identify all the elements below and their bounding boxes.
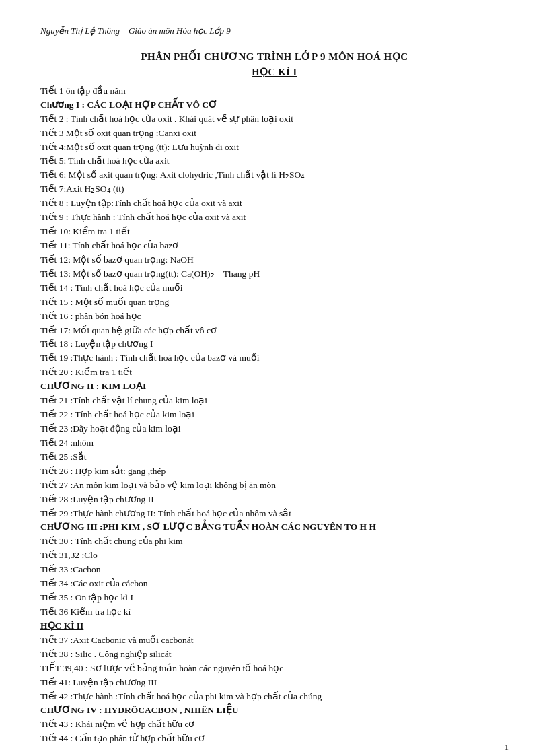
content-line-l45: CHƯƠNG IV : HYĐRÔCACBON , NHIÊN LIỆU [40, 703, 509, 718]
content-line-l13: Tiết 12: Một số bazơ quan trọng: NaOH [40, 253, 509, 267]
content-line-l11: Tiết 10: Kiểm tra 1 tiết [40, 225, 509, 239]
content-line-l39: HỌC KÌ II [40, 619, 509, 633]
content-line-l10: Tiết 9 : Thực hành : Tính chất hoá học c… [40, 211, 509, 225]
content-line-l36: Tiết 34 :Các oxit của cácbon [40, 577, 509, 591]
content-line-l3: Tiết 2 : Tính chất hoá học của oxit . Kh… [40, 112, 509, 127]
content-line-l43: Tiết 41: Luyện tập chương III [40, 676, 509, 690]
content-line-l7: Tiết 6: Một số axit quan trọng: Axit clo… [40, 168, 509, 182]
content-line-l16: Tiết 15 : Một số muối quan trọng [40, 296, 509, 310]
content-line-l25: Tiết 23 :Dãy hoạt động của kim loại [40, 422, 509, 436]
content-line-l31: Tiết 29 :Thực hành chương II: Tính chất … [40, 507, 509, 521]
content-line-l24: Tiết 22 : Tính chất hoá học của kim loại [40, 408, 509, 422]
content-line-l26: Tiết 24 :nhôm [40, 436, 509, 450]
content-line-l44: Tiết 42 :Thực hành :Tính chất hoá học củ… [40, 690, 509, 704]
content-line-l41: Tiết 38 : Silic . Công nghiệp silicát [40, 648, 509, 662]
header-divider [40, 42, 509, 42]
document-page: Nguyễn Thị Lệ Thông – Giáo án môn Hóa họ… [0, 0, 549, 756]
content-line-l40: Tiết 37 :Axit Cacbonic và muối cacbonát [40, 633, 509, 648]
content-line-l8: Tiết 7:Axit H₂SO₄ (tt) [40, 182, 509, 197]
content-line-l46: Tiết 43 : Khái niệm về hợp chất hữu cơ [40, 718, 509, 732]
content-line-l18: Tiết 17: Mối quan hệ giữa các hợp chất v… [40, 324, 509, 338]
content-block: Tiết 1 ôn tập đầu nămChương I : CÁC LOẠI… [40, 84, 509, 746]
content-line-l21: Tiết 20 : Kiểm tra 1 tiết [40, 366, 509, 380]
content-line-l6: Tiết 5: Tính chất hoá học của axit [40, 154, 509, 168]
content-line-l30: Tiết 28 :Luyện tập chương II [40, 493, 509, 507]
content-line-l14: Tiết 13: Một số bazơ quan trọng(tt): Ca(… [40, 267, 509, 281]
content-line-l33: Tiết 30 : Tính chất chung của phi kim [40, 535, 509, 549]
content-line-l2: Chương I : CÁC LOẠI HỢP CHẤT VÔ CƠ [40, 98, 509, 112]
content-line-l47: Tiết 44 : Cấu tạo phân tử hợp chất hữu c… [40, 732, 509, 746]
document-header: Nguyễn Thị Lệ Thông – Giáo án môn Hóa họ… [40, 24, 509, 38]
main-title: PHÂN PHỐI CHƯƠNG TRÌNH LỚP 9 MÔN HOÁ HỌC [40, 49, 509, 65]
content-line-l42: TIẾT 39,40 : Sơ lược về bảng tuần hoàn c… [40, 662, 509, 676]
content-line-l12: Tiết 11: Tính chất hoá học của bazơ [40, 239, 509, 253]
content-line-l5: Tiết 4:Một số oxit quan trọng (tt): Lưu … [40, 141, 509, 155]
page-number: 1 [505, 741, 509, 754]
content-line-l23: Tiết 21 :Tính chất vật lí chung của kim … [40, 394, 509, 408]
content-line-l37: Tiết 35 : On tập học kì I [40, 591, 509, 605]
content-line-l27: Tiết 25 :Sắt [40, 450, 509, 465]
content-line-l38: Tiết 36 Kiểm tra học kì [40, 605, 509, 619]
content-line-l28: Tiết 26 : Hợp kim sắt: gang ,thép [40, 465, 509, 479]
content-line-l9: Tiết 8 : Luyện tập:Tính chất hoá học của… [40, 197, 509, 211]
sub-title: HỌC KÌ I [40, 65, 509, 79]
content-line-l17: Tiết 16 : phân bón hoá học [40, 310, 509, 324]
content-line-l15: Tiết 14 : Tính chất hoá học của muối [40, 281, 509, 296]
title-block: PHÂN PHỐI CHƯƠNG TRÌNH LỚP 9 MÔN HOÁ HỌC… [40, 49, 509, 80]
content-line-l20: Tiết 19 :Thực hành : Tính chất hoá học c… [40, 351, 509, 366]
content-line-l1: Tiết 1 ôn tập đầu năm [40, 84, 509, 98]
content-line-l4: Tiết 3 Một số oxit quan trọng :Canxi oxi… [40, 127, 509, 141]
content-line-l22: CHƯƠNG II : KIM LOẠI [40, 380, 509, 394]
content-line-l35: Tiết 33 :Cacbon [40, 563, 509, 577]
content-line-l19: Tiết 18 : Luyện tập chương I [40, 337, 509, 351]
content-line-l34: Tiết 31,32 :Clo [40, 549, 509, 563]
content-line-l29: Tiết 27 :An môn kim loại và bảo vệ kim l… [40, 479, 509, 493]
content-line-l32: CHƯƠNG III :PHI KIM , SƠ LƯỢC BẢNG TUẦN … [40, 520, 509, 535]
